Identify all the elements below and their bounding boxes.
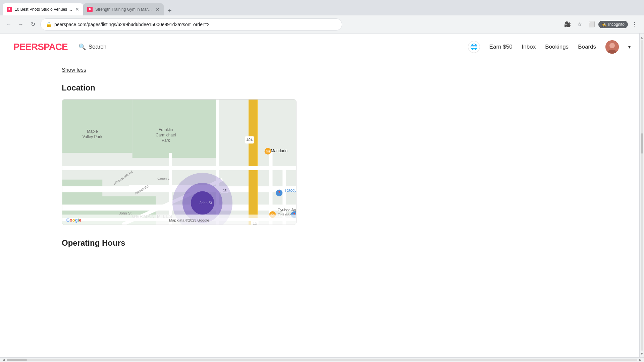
scroll-up-arrow[interactable]: ▲ <box>640 34 644 40</box>
svg-text:Park: Park <box>162 138 170 143</box>
lock-icon: 🔒 <box>46 22 52 27</box>
svg-rect-4 <box>62 100 132 153</box>
right-scrollbar-track[interactable] <box>641 40 643 351</box>
right-scrollbar: ▲ ▼ <box>639 34 644 357</box>
tab-active[interactable]: P 10 Best Photo Studio Venues - T ✕ <box>3 3 83 15</box>
svg-text:404: 404 <box>247 138 253 142</box>
svg-text:📍: 📍 <box>277 191 281 195</box>
scroll-left-arrow[interactable]: ◀ <box>1 358 7 362</box>
camera-icon[interactable]: 🎥 <box>562 19 573 30</box>
map-container[interactable]: 404 12 12 8 Maple Valley Park Franklin C… <box>62 99 297 225</box>
operating-hours-title: Operating Hours <box>62 238 631 248</box>
incognito-icon: 🕵 <box>602 22 607 27</box>
browser-toolbar: ← → ↻ 🔒 peerspace.com/pages/listings/629… <box>0 15 644 34</box>
bottom-scrollbar: ◀ ▶ <box>0 357 644 362</box>
svg-text:Maple: Maple <box>87 129 98 134</box>
tab-bar: P 10 Best Photo Studio Venues - T ✕ P St… <box>0 0 644 15</box>
svg-text:Gyubee Japanese: Gyubee Japanese <box>277 208 296 212</box>
tab-favicon-1: P <box>7 7 12 12</box>
address-bar[interactable]: 🔒 peerspace.com/pages/listings/6299b4d6b… <box>40 18 342 31</box>
language-button[interactable]: 🌐 <box>468 41 480 53</box>
star-icon[interactable]: ☆ <box>574 19 585 30</box>
new-tab-button[interactable]: + <box>165 6 174 15</box>
svg-rect-5 <box>132 100 219 158</box>
svg-text:J-Town: J-Town <box>296 216 296 220</box>
incognito-badge: 🕵 Incognito <box>598 21 628 28</box>
svg-text:Mandarin: Mandarin <box>271 148 288 153</box>
svg-text:RacquetGuys: RacquetGuys <box>285 188 296 193</box>
tab-title-2: Strength Training Gym in Markh... <box>95 7 153 12</box>
tab-title-1: 10 Best Photo Studio Venues - T <box>15 7 72 12</box>
inbox-link[interactable]: Inbox <box>522 44 536 50</box>
toolbar-right: 🎥 ☆ ⬜ 🕵 Incognito ⋮ <box>562 19 640 30</box>
url-text: peerspace.com/pages/listings/6299b4d6bde… <box>54 22 336 27</box>
search-nav-button[interactable]: 🔍 Search <box>78 43 107 51</box>
svg-text:Google: Google <box>66 218 82 223</box>
scrollbar-thumb <box>7 359 27 361</box>
user-menu-chevron[interactable]: ▾ <box>628 44 631 50</box>
svg-text:Map data ©2023 Google: Map data ©2023 Google <box>169 218 209 222</box>
bookings-link[interactable]: Bookings <box>545 44 569 50</box>
back-button[interactable]: ← <box>4 20 13 29</box>
reload-button[interactable]: ↻ <box>28 20 38 29</box>
main-nav: PEERSPACE 🔍 Search 🌐 Earn $50 Inbox Book… <box>0 34 644 60</box>
svg-text:John St: John St <box>200 201 212 205</box>
show-less-button[interactable]: Show less <box>62 67 86 73</box>
svg-text:🍽: 🍽 <box>266 149 270 153</box>
user-avatar[interactable] <box>605 40 619 54</box>
svg-point-1 <box>609 43 615 48</box>
incognito-label: Incognito <box>608 22 625 27</box>
search-icon: 🔍 <box>78 43 86 51</box>
tab-close-2[interactable]: ✕ <box>156 7 160 12</box>
svg-text:Valley Park: Valley Park <box>83 134 102 139</box>
extension-icon[interactable]: ⬜ <box>586 19 597 30</box>
svg-rect-11 <box>249 100 257 225</box>
svg-text:Carmichael: Carmichael <box>156 133 176 137</box>
peerspace-logo[interactable]: PEERSPACE <box>13 42 68 52</box>
boards-link[interactable]: Boards <box>578 44 596 50</box>
search-label: Search <box>89 44 107 50</box>
scrollbar-track[interactable] <box>7 359 637 361</box>
tab-close-1[interactable]: ✕ <box>75 7 79 12</box>
browser-chrome: P 10 Best Photo Studio Venues - T ✕ P St… <box>0 0 644 34</box>
svg-text:Green Ln: Green Ln <box>157 177 171 180</box>
forward-button[interactable]: → <box>16 20 25 29</box>
tab-inactive[interactable]: P Strength Training Gym in Markh... ✕ <box>83 3 164 15</box>
menu-icon[interactable]: ⋮ <box>629 19 640 30</box>
location-title: Location <box>62 83 631 93</box>
main-content: Show less Location <box>0 60 644 261</box>
scroll-right-arrow[interactable]: ▶ <box>637 358 643 362</box>
nav-right: 🌐 Earn $50 Inbox Bookings Boards ▾ <box>468 40 631 54</box>
right-scrollbar-thumb <box>641 133 643 154</box>
tab-favicon-2: P <box>87 7 93 12</box>
svg-text:Franklin: Franklin <box>159 127 173 132</box>
svg-rect-12 <box>62 166 296 170</box>
scroll-down-arrow[interactable]: ▼ <box>640 351 644 357</box>
earn-link[interactable]: Earn $50 <box>489 44 513 50</box>
map-svg: 404 12 12 8 Maple Valley Park Franklin C… <box>62 100 296 225</box>
